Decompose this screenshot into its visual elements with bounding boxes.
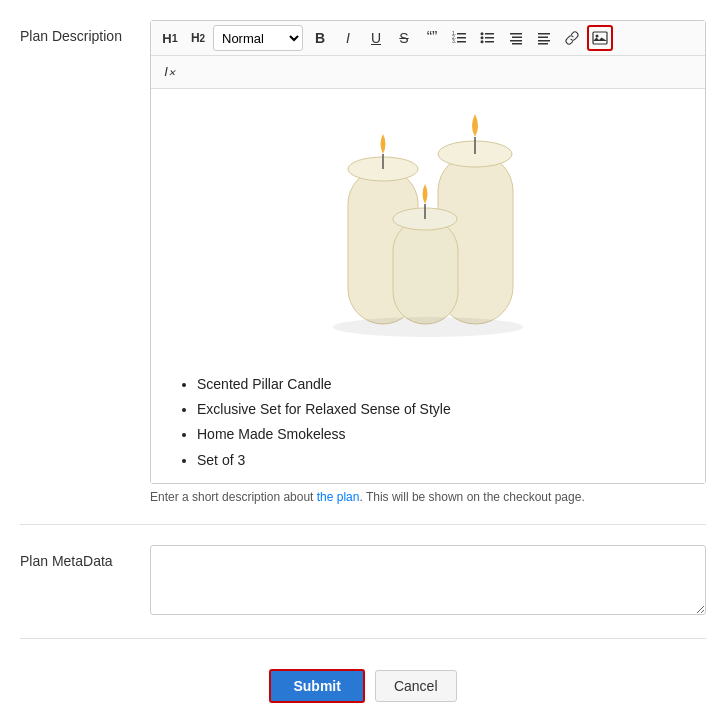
submit-button[interactable]: Submit xyxy=(269,669,364,703)
editor-toolbar: H1 H2 Normal Heading 1 Heading 2 Heading… xyxy=(151,21,705,56)
bullet-item-2: Home Made Smokeless xyxy=(197,422,689,447)
editor-body[interactable]: Scented Pillar Candle Exclusive Set for … xyxy=(151,89,705,483)
svg-point-11 xyxy=(481,40,484,43)
actions-divider xyxy=(20,638,706,639)
hint-link: the plan xyxy=(317,490,360,504)
ordered-list-button[interactable]: 1.2.3. xyxy=(447,25,473,51)
underline-button[interactable]: U xyxy=(363,25,389,51)
editor-toolbar-row2: I✕ xyxy=(151,56,705,89)
svg-point-21 xyxy=(596,35,599,38)
svg-rect-12 xyxy=(510,33,522,35)
svg-rect-18 xyxy=(538,40,550,42)
image-button[interactable] xyxy=(587,25,613,51)
blockquote-button[interactable]: “” xyxy=(419,25,445,51)
svg-rect-28 xyxy=(393,219,458,324)
svg-rect-17 xyxy=(538,37,548,39)
svg-rect-19 xyxy=(538,43,548,45)
svg-rect-1 xyxy=(457,37,466,39)
bullet-item-1: Exclusive Set for Relaxed Sense of Style xyxy=(197,397,689,422)
h2-button[interactable]: H2 xyxy=(185,25,211,51)
svg-rect-2 xyxy=(457,41,466,43)
format-select[interactable]: Normal Heading 1 Heading 2 Heading 3 xyxy=(213,25,303,51)
unordered-list-button[interactable] xyxy=(475,25,501,51)
svg-rect-6 xyxy=(485,33,494,35)
svg-point-10 xyxy=(481,36,484,39)
strikethrough-button[interactable]: S xyxy=(391,25,417,51)
svg-rect-13 xyxy=(512,37,522,39)
metadata-textarea[interactable] xyxy=(150,545,706,615)
section-divider xyxy=(20,524,706,525)
indent-left-button[interactable] xyxy=(503,25,529,51)
svg-point-9 xyxy=(481,32,484,35)
content-bullets: Scented Pillar Candle Exclusive Set for … xyxy=(167,372,689,473)
svg-rect-14 xyxy=(510,40,522,42)
italic-button[interactable]: I xyxy=(335,25,361,51)
clear-format-button[interactable]: I✕ xyxy=(157,58,183,84)
editor-wrapper: H1 H2 Normal Heading 1 Heading 2 Heading… xyxy=(150,20,706,484)
svg-text:3.: 3. xyxy=(452,38,456,44)
plan-metadata-row: Plan MetaData xyxy=(20,545,706,618)
svg-rect-20 xyxy=(593,32,607,44)
form-actions: Submit Cancel xyxy=(20,659,706,703)
indent-right-button[interactable] xyxy=(531,25,557,51)
svg-rect-7 xyxy=(485,37,494,39)
bullet-item-3: Set of 3 xyxy=(197,448,689,473)
svg-point-31 xyxy=(333,317,523,337)
bold-button[interactable]: B xyxy=(307,25,333,51)
svg-rect-15 xyxy=(512,43,522,45)
cancel-button[interactable]: Cancel xyxy=(375,670,457,702)
link-button[interactable] xyxy=(559,25,585,51)
plan-metadata-label: Plan MetaData xyxy=(20,545,150,569)
candles-image xyxy=(167,99,689,362)
svg-rect-0 xyxy=(457,33,466,35)
plan-description-editor: H1 H2 Normal Heading 1 Heading 2 Heading… xyxy=(150,20,706,504)
plan-description-row: Plan Description H1 H2 Normal Heading 1 … xyxy=(20,20,706,504)
h1-button[interactable]: H1 xyxy=(157,25,183,51)
hint-text: Enter a short description about the plan… xyxy=(150,490,706,504)
bullet-item-0: Scented Pillar Candle xyxy=(197,372,689,397)
svg-rect-8 xyxy=(485,41,494,43)
plan-metadata-content xyxy=(150,545,706,618)
plan-description-label: Plan Description xyxy=(20,20,150,44)
svg-rect-16 xyxy=(538,33,550,35)
